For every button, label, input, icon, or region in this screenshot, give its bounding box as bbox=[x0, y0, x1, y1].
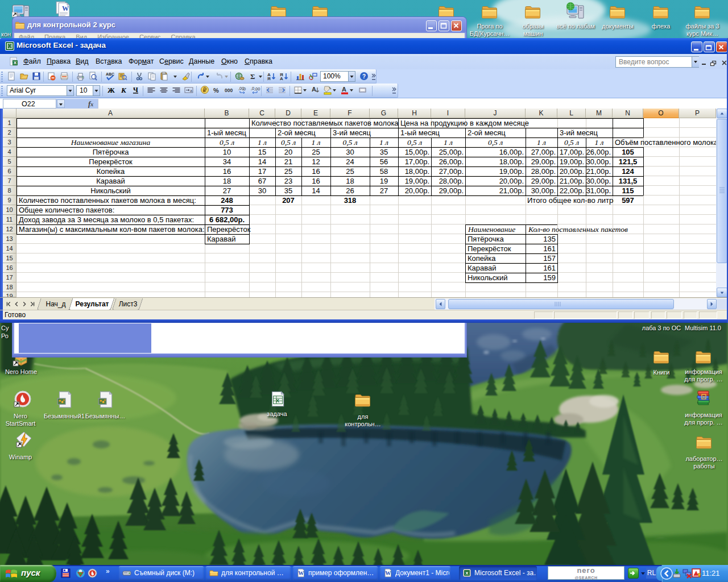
svg-text:К: К bbox=[121, 86, 127, 94]
svg-text:%: % bbox=[213, 87, 219, 94]
svg-text:Ч: Ч bbox=[133, 86, 138, 94]
svg-text:000: 000 bbox=[225, 88, 233, 93]
svg-text:A: A bbox=[312, 86, 316, 93]
svg-text:?: ? bbox=[362, 73, 366, 80]
svg-text:Ж: Ж bbox=[107, 86, 115, 94]
svg-text:Σ: Σ bbox=[250, 72, 255, 81]
svg-text:X: X bbox=[465, 571, 469, 576]
svg-text:₽: ₽ bbox=[203, 87, 207, 93]
svg-text:,0: ,0 bbox=[242, 86, 246, 92]
svg-text:A: A bbox=[342, 86, 346, 93]
svg-text:W: W bbox=[298, 570, 304, 576]
svg-text:,00: ,00 bbox=[254, 86, 260, 92]
svg-text:W: W bbox=[385, 570, 391, 576]
svg-text:X: X bbox=[14, 60, 17, 65]
svg-text:X: X bbox=[276, 397, 280, 404]
svg-text:А: А bbox=[280, 76, 283, 81]
svg-text:Я: Я bbox=[267, 76, 271, 81]
svg-text:W: W bbox=[62, 5, 69, 13]
svg-text:X: X bbox=[8, 43, 12, 49]
svg-text:a: a bbox=[190, 89, 192, 93]
